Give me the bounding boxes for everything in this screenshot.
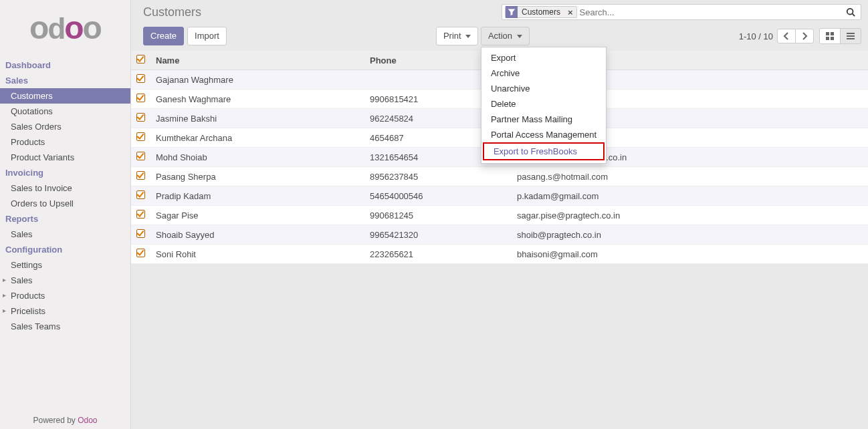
logo-letter: o [29, 12, 47, 44]
nav-cfg-products[interactable]: Products [0, 288, 130, 303]
powered-by-text: Powered by [33, 416, 78, 425]
cell-email: shoib@pragtech.co.in [512, 225, 868, 245]
search-box[interactable]: Customers × [502, 4, 861, 20]
logo-letter: o [64, 12, 82, 44]
cell-name: Kumthekar Archana [150, 128, 364, 148]
nav-quotations[interactable]: Quotations [0, 104, 130, 119]
svg-rect-5 [831, 37, 834, 40]
select-all-checkbox[interactable] [136, 55, 145, 63]
cell-phone: 54654000546 [364, 186, 512, 206]
breadcrumb: Customers [143, 5, 201, 19]
svg-rect-8 [847, 38, 855, 39]
create-button[interactable]: Create [143, 27, 184, 45]
nav-config-header[interactable]: Configuration [0, 242, 130, 257]
row-checkbox-cell [131, 109, 150, 128]
table-row[interactable]: Shoaib Sayyed9965421320shoib@pragtech.co… [131, 225, 868, 245]
chevron-right-icon [801, 32, 808, 40]
row-checkbox[interactable] [136, 210, 145, 219]
nav-reports-header[interactable]: Reports [0, 211, 130, 227]
import-button[interactable]: Import [187, 27, 227, 45]
action-archive[interactable]: Archive [481, 65, 606, 81]
cell-name: Shoaib Sayyed [150, 225, 364, 245]
cell-email: pasang.s@hotmail.com [512, 167, 868, 186]
col-header-name[interactable]: Name [150, 51, 364, 70]
nav-orders-to-upsell[interactable]: Orders to Upsell [0, 196, 130, 211]
pager: 1-10 / 10 [739, 31, 773, 41]
cell-email: p.kadam@gmail.com [512, 186, 868, 206]
row-checkbox-cell [131, 90, 150, 109]
logo-letter: o [83, 12, 101, 44]
table-row[interactable]: Pradip Kadam54654000546p.kadam@gmail.com [131, 186, 868, 206]
action-dropdown: Export Archive Unarchive Delete Partner … [481, 47, 607, 164]
logo-letter: d [47, 14, 64, 43]
row-checkbox-cell [131, 128, 150, 148]
nav-cfg-sales-teams[interactable]: Sales Teams [0, 319, 130, 334]
cell-phone: 8956237845 [364, 167, 512, 186]
row-checkbox[interactable] [136, 74, 145, 83]
chevron-left-icon [783, 32, 790, 40]
cell-phone: 9965421320 [364, 225, 512, 245]
row-checkbox[interactable] [136, 132, 145, 141]
svg-rect-6 [847, 33, 855, 34]
row-checkbox[interactable] [136, 152, 145, 160]
row-checkbox[interactable] [136, 171, 145, 180]
cell-name: Pradip Kadam [150, 186, 364, 206]
table-row[interactable]: Sagar Pise990681245sagar.pise@pragtech.c… [131, 206, 868, 225]
cell-email: sagar.pise@pragtech.co.in [512, 206, 868, 225]
nav-cfg-sales[interactable]: Sales [0, 273, 130, 288]
view-kanban[interactable] [819, 28, 841, 44]
list-icon [846, 31, 855, 41]
table-row[interactable]: Soni Rohit223265621bhaisoni@gmail.com [131, 245, 868, 264]
nav-products[interactable]: Products [0, 134, 130, 150]
row-checkbox[interactable] [136, 190, 145, 199]
row-checkbox[interactable] [136, 229, 145, 238]
svg-rect-4 [826, 37, 829, 40]
nav-dashboard[interactable]: Dashboard [0, 57, 130, 73]
nav-customers[interactable]: Customers [0, 88, 130, 104]
row-checkbox[interactable] [136, 113, 145, 122]
pager-buttons [777, 29, 814, 43]
row-checkbox-cell [131, 70, 150, 90]
nav-product-variants[interactable]: Product Variants [0, 150, 130, 165]
action-partner-mass-mailing[interactable]: Partner Mass Mailing [481, 112, 606, 127]
action-export-freshbooks[interactable]: Export to FreshBooks [483, 142, 605, 160]
nav-settings[interactable]: Settings [0, 257, 130, 273]
row-checkbox-cell [131, 186, 150, 206]
action-unarchive[interactable]: Unarchive [481, 81, 606, 96]
row-checkbox-cell [131, 225, 150, 245]
cell-phone: 990681245 [364, 206, 512, 225]
pager-next[interactable] [795, 29, 814, 43]
action-export[interactable]: Export [481, 50, 606, 65]
nav-sales-to-invoice[interactable]: Sales to Invoice [0, 180, 130, 196]
view-switcher [819, 28, 861, 44]
print-button[interactable]: Print [436, 27, 478, 45]
pager-prev[interactable] [777, 29, 796, 43]
header-checkbox-cell [131, 51, 150, 70]
cell-email: bhaisoni@gmail.com [512, 245, 868, 264]
cell-name: Gajanan Waghmare [150, 70, 364, 90]
row-checkbox[interactable] [136, 94, 145, 102]
row-checkbox[interactable] [136, 249, 145, 257]
action-portal-access[interactable]: Portal Access Management [481, 127, 606, 142]
logo[interactable]: o d o o [0, 0, 130, 55]
nav-cfg-pricelists[interactable]: Pricelists [0, 303, 130, 319]
cell-name: Ganesh Waghmare [150, 90, 364, 109]
search-icon[interactable] [843, 7, 858, 17]
nav-reports-sales[interactable]: Sales [0, 227, 130, 242]
action-delete[interactable]: Delete [481, 96, 606, 112]
cell-name: Sagar Pise [150, 206, 364, 225]
nav-sales-orders[interactable]: Sales Orders [0, 119, 130, 134]
nav-invoicing-header[interactable]: Invoicing [0, 165, 130, 180]
action-button[interactable]: Action [481, 27, 530, 45]
row-checkbox-cell [131, 245, 150, 264]
svg-rect-2 [826, 32, 829, 35]
table-row[interactable]: Pasang Sherpa8956237845pasang.s@hotmail.… [131, 167, 868, 186]
row-checkbox-cell [131, 167, 150, 186]
powered-by: Powered by Odoo [0, 416, 130, 425]
powered-by-link[interactable]: Odoo [78, 416, 97, 425]
search-facet-remove[interactable]: × [564, 7, 576, 17]
caret-down-icon [517, 35, 522, 38]
view-list[interactable] [840, 28, 861, 44]
search-input[interactable] [580, 7, 843, 17]
nav-sales-header[interactable]: Sales [0, 73, 130, 88]
